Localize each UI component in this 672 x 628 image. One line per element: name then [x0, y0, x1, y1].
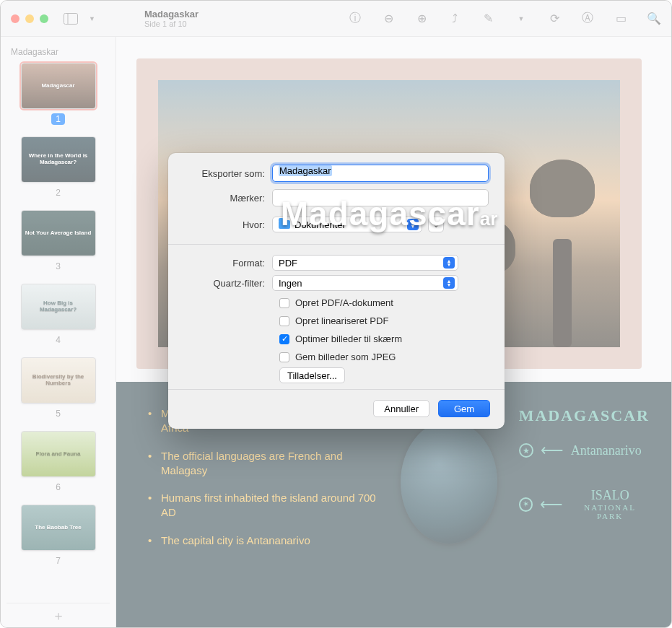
page-thumbnail[interactable]: How Big is Madagascar? 4: [6, 284, 110, 346]
optimize-images-checkbox-row[interactable]: ✓ Optimer billeder til skærm: [184, 330, 489, 348]
thumbnail-caption: Not Your Average Island: [22, 211, 95, 256]
page-indicator: Side 1 af 10: [144, 19, 198, 28]
document-title: Madagaskar: [144, 9, 198, 19]
thumbnail-caption: The Baobab Tree: [22, 505, 95, 550]
star-icon: ★: [519, 443, 533, 458]
thumbnail-caption: Flora and Fauna: [22, 432, 95, 476]
page-thumbnail[interactable]: Where in the World is Madagascar? 2: [6, 136, 110, 199]
tags-label: Mærker:: [184, 193, 272, 204]
thumbnail-page-number: 7: [51, 555, 65, 567]
permissions-button[interactable]: Tilladelser...: [279, 367, 345, 383]
optimize-images-checkbox-label: Optimer billeder til skærm: [295, 333, 402, 344]
info-icon[interactable]: ⓘ: [348, 12, 362, 26]
thumbnail-caption: Biodiversity by the Numbers: [22, 358, 95, 403]
globe-graphic: [401, 421, 497, 544]
thumbnail-page-number: 5: [51, 408, 65, 419]
markup-icon[interactable]: Ⓐ: [580, 12, 595, 26]
bullet-item: The capital city is Antananarivo: [148, 533, 379, 548]
thumbnail-page-number: 6: [51, 481, 65, 493]
thumbnail-caption: Where in the World is Madagascar?: [22, 137, 95, 182]
filename-input[interactable]: Madagaskar: [272, 165, 489, 182]
zoom-out-icon[interactable]: ⊖: [381, 12, 396, 26]
save-button[interactable]: Gem: [438, 400, 490, 417]
highlight-menu-icon[interactable]: ▼: [514, 12, 528, 26]
linearized-checkbox-label: Opret lineariseret PDF: [295, 315, 388, 326]
checkbox-icon: [279, 352, 289, 362]
cancel-button[interactable]: Annuller: [373, 400, 429, 417]
thumbnail-sidebar: Madagaskar Madagascar 1 Where in the Wor…: [1, 37, 116, 627]
rotate-icon[interactable]: ⟳: [547, 12, 562, 26]
thumbnail-page-number: 1: [51, 113, 65, 125]
sidebar-toggle-button[interactable]: [63, 12, 79, 25]
checkbox-icon: [279, 316, 289, 326]
quartz-filter-value: Ingen: [279, 278, 302, 289]
titlebar: ▼ Madagaskar Side 1 af 10 ⓘ ⊖ ⊕ ⤴ ✎ ▼ ⟳ …: [1, 1, 671, 37]
bullet-item: Humans first inhabited the island around…: [148, 491, 379, 520]
page-thumbnail[interactable]: Not Your Average Island 3: [6, 210, 110, 272]
checkbox-icon: [279, 298, 289, 308]
minimize-window-icon[interactable]: [25, 14, 34, 23]
thumbnail-page-number: 4: [51, 334, 65, 346]
annotation-country: MADAGASCAR: [519, 406, 650, 425]
document-title-area: Madagaskar Side 1 af 10: [144, 9, 198, 28]
sidebar-title: Madagaskar: [6, 44, 110, 63]
chevron-down-icon[interactable]: ▼: [89, 15, 95, 22]
select-stepper-icon: [443, 257, 455, 269]
annotation-capital: Antananarivo: [571, 443, 642, 458]
jpeg-checkbox-row[interactable]: Gem billeder som JPEG: [184, 348, 489, 366]
map-annotations: MADAGASCAR ★ ⟵ Antananarivo ✶ ⟵ ISALO NA…: [519, 406, 650, 613]
page-thumbnail[interactable]: Madagascar 1: [6, 63, 110, 125]
thumbnail-page-number: 3: [51, 261, 65, 272]
select-stepper-icon: [443, 277, 455, 289]
highlight-icon[interactable]: ✎: [481, 12, 495, 26]
share-icon[interactable]: ⤴: [448, 12, 462, 26]
quartz-filter-select[interactable]: Ingen: [272, 275, 458, 291]
checkbox-icon: ✓: [279, 334, 289, 344]
format-value: PDF: [279, 258, 297, 269]
jpeg-checkbox-label: Gem billeder som JPEG: [295, 352, 396, 362]
page-thumbnail[interactable]: The Baobab Tree 7: [6, 505, 110, 567]
thumbnail-page-number: 2: [51, 187, 65, 199]
star-icon: ✶: [519, 497, 533, 512]
where-label: Hvor:: [184, 219, 272, 230]
quartz-filter-label: Quartz-filter:: [184, 278, 272, 289]
format-select[interactable]: PDF: [272, 255, 458, 271]
bullet-list: Madagascar is 250 miles from the coast o…: [148, 406, 379, 613]
format-label: Format:: [184, 258, 272, 269]
linearized-checkbox-row[interactable]: Opret lineariseret PDF: [184, 312, 489, 330]
bullet-item: The official languages are French and Ma…: [148, 449, 379, 479]
toolbar: ⓘ ⊖ ⊕ ⤴ ✎ ▼ ⟳ Ⓐ ▭ 🔍: [348, 12, 661, 26]
window-controls: [11, 14, 48, 23]
close-window-icon[interactable]: [11, 14, 19, 23]
pdfa-checkbox-label: Opret PDF/A-dokument: [295, 297, 393, 308]
slide-title: Madagascarar: [281, 194, 498, 233]
add-page-button[interactable]: ＋: [6, 603, 110, 620]
pdfa-checkbox-row[interactable]: Opret PDF/A-dokument: [184, 294, 489, 312]
page-thumbnail[interactable]: Biodiversity by the Numbers 5: [6, 357, 110, 419]
svg-rect-0: [64, 13, 78, 24]
export-as-label: Eksporter som:: [184, 168, 272, 179]
arrow-icon: ⟵: [541, 441, 564, 460]
thumbnail-caption: Madagascar: [22, 64, 95, 108]
zoom-window-icon[interactable]: [40, 14, 48, 23]
annotation-park: ISALO: [591, 489, 629, 503]
zoom-in-icon[interactable]: ⊕: [414, 12, 429, 26]
annotation-park-sub: NATIONAL PARK: [570, 503, 650, 520]
search-icon[interactable]: 🔍: [647, 12, 661, 26]
arrow-icon: ⟵: [540, 495, 563, 514]
page-thumbnail[interactable]: Flora and Fauna 6: [6, 431, 110, 493]
preview-window: ▼ Madagaskar Side 1 af 10 ⓘ ⊖ ⊕ ⤴ ✎ ▼ ⟳ …: [0, 0, 672, 628]
thumbnail-caption: How Big is Madagascar?: [22, 284, 95, 329]
crop-icon[interactable]: ▭: [614, 12, 628, 26]
